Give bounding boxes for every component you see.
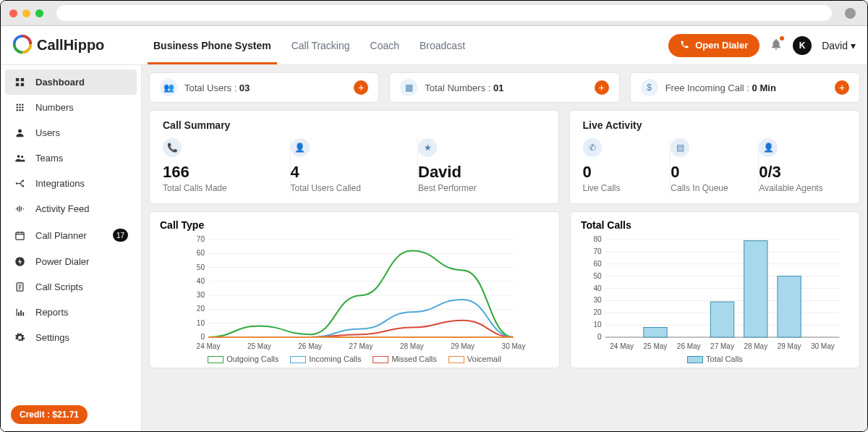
svg-rect-70 xyxy=(710,302,733,337)
user-menu[interactable]: David ▾ xyxy=(822,40,856,51)
nav-item[interactable]: Business Phone System xyxy=(153,26,271,64)
number-icon: ▦ xyxy=(400,79,417,96)
sidebar-item[interactable]: Dashboard xyxy=(5,69,137,95)
call-summary-panel: Call Summary 📞166Total Calls Made👤4Total… xyxy=(149,110,559,204)
svg-rect-20 xyxy=(15,232,23,240)
sidebar-item[interactable]: Teams xyxy=(5,145,137,171)
sidebar-item-label: Call Planner xyxy=(35,230,87,241)
users-icon: 👥 xyxy=(160,79,177,96)
credit-pill[interactable]: Credit : $21.71 xyxy=(11,405,88,424)
metric-label: Total Calls Made xyxy=(163,183,283,193)
add-button[interactable]: + xyxy=(835,80,849,95)
legend-item: Voicemail xyxy=(448,355,501,363)
svg-text:30 May: 30 May xyxy=(502,342,526,350)
charts-row: Call Type 01020304050607024 May25 May26 … xyxy=(149,211,860,368)
svg-text:29 May: 29 May xyxy=(778,342,801,350)
svg-point-8 xyxy=(16,106,18,109)
svg-text:50: 50 xyxy=(593,272,602,280)
svg-point-13 xyxy=(22,109,24,111)
svg-point-16 xyxy=(21,156,23,158)
call-type-chart: 01020304050607024 May25 May26 May27 May2… xyxy=(160,234,549,353)
logo-icon xyxy=(12,34,33,57)
call-type-legend: Outgoing CallsIncoming CallsMissed Calls… xyxy=(160,355,549,363)
app-logo[interactable]: CallHippo xyxy=(12,34,146,57)
svg-point-10 xyxy=(22,106,24,109)
user-name-label: David xyxy=(822,40,848,51)
live-icon: ✆ xyxy=(583,138,602,157)
svg-point-14 xyxy=(18,130,22,133)
svg-text:60: 60 xyxy=(197,249,205,257)
svg-rect-4 xyxy=(20,83,23,86)
chart-title: Total Calls xyxy=(581,219,849,231)
plug-icon xyxy=(14,178,25,189)
minimize-window-icon[interactable] xyxy=(22,9,30,17)
svg-text:25 May: 25 May xyxy=(247,342,271,350)
sidebar-item[interactable]: Call Scripts xyxy=(5,274,137,300)
sidebar-item[interactable]: Call Planner17 xyxy=(5,221,137,249)
svg-text:24 May: 24 May xyxy=(197,342,221,350)
sidebar-item-label: Reports xyxy=(35,307,69,318)
svg-text:25 May: 25 May xyxy=(644,342,668,350)
sidebar-item[interactable]: Numbers xyxy=(5,95,137,120)
traffic-lights xyxy=(9,9,43,17)
open-dialer-button[interactable]: Open Dialer xyxy=(668,34,760,57)
stat-value: 0 Min xyxy=(752,82,776,93)
nav-item[interactable]: Broadcast xyxy=(420,26,465,64)
metric-value: David xyxy=(418,163,538,182)
svg-text:10: 10 xyxy=(197,319,205,327)
stat-label: Total Users : 03 xyxy=(184,82,250,93)
nav-item[interactable]: Coach xyxy=(370,26,399,64)
sidebar-item[interactable]: Integrations xyxy=(5,171,137,196)
svg-text:80: 80 xyxy=(593,235,602,243)
svg-text:26 May: 26 May xyxy=(677,342,701,350)
sidebar-item[interactable]: Power Dialer xyxy=(5,249,137,274)
metric-value: 0 xyxy=(671,163,751,182)
svg-rect-72 xyxy=(744,241,767,337)
svg-text:24 May: 24 May xyxy=(610,342,634,350)
metric-value: 0/3 xyxy=(759,163,839,182)
svg-rect-74 xyxy=(778,276,801,337)
url-bar[interactable] xyxy=(56,5,832,21)
metric-col: 📞166Total Calls Made xyxy=(163,138,291,193)
close-window-icon[interactable] xyxy=(9,9,17,17)
stat-label: Free Incoming Call : 0 Min xyxy=(665,82,776,93)
open-dialer-label: Open Dialer xyxy=(695,40,748,51)
profile-dot-icon[interactable] xyxy=(845,8,856,19)
metric-label: Total Users Called xyxy=(291,183,411,193)
badge: 17 xyxy=(113,229,128,242)
sidebar-item-label: Settings xyxy=(35,332,69,343)
add-button[interactable]: + xyxy=(354,80,368,95)
stat-card: $Free Incoming Call : 0 Min+ xyxy=(630,72,860,103)
svg-point-11 xyxy=(16,109,18,111)
svg-text:70: 70 xyxy=(593,247,602,255)
svg-rect-1 xyxy=(15,78,18,81)
sidebar-item-label: Activity Feed xyxy=(35,203,89,214)
svg-rect-67 xyxy=(644,328,667,338)
add-button[interactable]: + xyxy=(595,80,609,95)
logo-text: CallHippo xyxy=(37,37,104,54)
avatar[interactable]: K xyxy=(793,36,812,55)
grid-icon xyxy=(14,102,25,113)
sidebar-item[interactable]: Activity Feed xyxy=(5,196,137,221)
wave-icon xyxy=(14,203,25,214)
svg-point-18 xyxy=(22,180,24,182)
svg-text:0: 0 xyxy=(200,333,205,341)
maximize-window-icon[interactable] xyxy=(35,9,43,17)
metric-label: Available Agents xyxy=(759,183,839,193)
queue-icon: ▤ xyxy=(671,138,689,157)
legend-item: Incoming Calls xyxy=(290,355,361,363)
legend-item: Missed Calls xyxy=(373,355,436,363)
notifications-button[interactable] xyxy=(770,38,783,54)
app-header: CallHippo Business Phone SystemCall Trac… xyxy=(1,26,867,65)
sidebar-item[interactable]: Settings xyxy=(5,325,137,350)
stat-label: Total Numbers : 01 xyxy=(425,82,503,93)
metric-col: 👤0/3Available Agents xyxy=(759,138,846,193)
nav-item[interactable]: Call Tracking xyxy=(292,26,350,64)
sidebar-item[interactable]: Reports xyxy=(5,300,137,325)
metric-value: 166 xyxy=(163,163,283,182)
sidebar-item[interactable]: Users xyxy=(5,120,137,145)
metric-label: Calls In Queue xyxy=(671,183,751,193)
main-nav: Business Phone SystemCall TrackingCoachB… xyxy=(153,26,465,64)
svg-point-15 xyxy=(17,155,20,158)
svg-text:28 May: 28 May xyxy=(744,342,767,350)
